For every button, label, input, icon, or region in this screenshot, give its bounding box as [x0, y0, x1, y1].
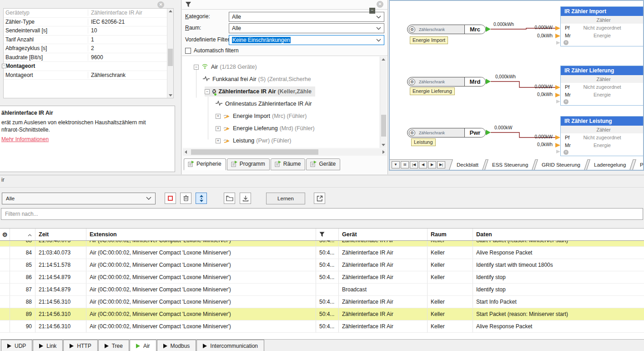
tree-item-funkkanal[interactable]: Funkkanal frei Air (S) (Zentral,Sicherhe — [203, 74, 311, 84]
property-row[interactable]: Montageort Zählerschrank — [4, 71, 173, 80]
tab-intercommunication[interactable]: Intercommunication — [196, 340, 264, 351]
kategorie-select[interactable]: Alle — [229, 12, 384, 22]
property-row[interactable]: Abfragezyklus [s] 2 — [4, 44, 173, 53]
clear-log-button[interactable] — [180, 193, 191, 204]
prev-sheet-icon[interactable]: ◀ — [419, 161, 427, 168]
input-connector-icon[interactable] — [555, 93, 560, 97]
expand-icon[interactable]: + — [216, 138, 221, 143]
program-canvas[interactable]: ⚙ Zählerschrank Mrc 0.000kWh Energie Imp… — [389, 0, 644, 171]
log-filter-input[interactable] — [1, 208, 643, 220]
property-row[interactable]: Gerätetyp Zählerinterface IR Air — [4, 9, 173, 18]
block-ir-zaehler-leistung[interactable]: IR Zähler Leistung Zähler PfNicht zugeor… — [560, 116, 644, 156]
column-daten[interactable]: Daten — [473, 229, 644, 240]
input-connector-icon[interactable] — [555, 85, 560, 90]
column-zeit[interactable]: Zeit — [35, 229, 86, 240]
tree-item-energie-lieferung[interactable]: + Energie Lieferung (Mrd) (Fühler) — [216, 123, 315, 133]
scroll-thumb[interactable] — [191, 149, 318, 155]
property-row[interactable]: Sendeintervall [s] 10 — [4, 26, 173, 36]
collapse-all-button[interactable]: − — [369, 8, 375, 14]
sensor-label[interactable]: Leistung — [411, 138, 436, 146]
monitor-filter-select[interactable]: Alle — [2, 193, 156, 204]
table-row[interactable]: 84 21:03:40.073 Air (0C:00:00:02, Minise… — [0, 247, 644, 259]
input-connector-disabled-icon[interactable] — [556, 100, 560, 103]
table-row[interactable]: 87 21:14:54.879 Air (0C:00:00:02, Minise… — [0, 284, 644, 296]
more-info-link[interactable]: Mehr Informationen — [1, 136, 49, 142]
property-row[interactable]: Zähler-Type IEC 62056-21 — [4, 18, 173, 27]
sheet-list-icon[interactable]: ⊞ — [401, 161, 409, 168]
sheet-tab-laderegelung[interactable]: Laderegelung — [586, 159, 634, 170]
scroll-right-icon[interactable] — [382, 150, 385, 154]
expand-icon[interactable]: + — [216, 126, 221, 131]
tree-item-energie-import[interactable]: + Energie Import (Mrc) (Fühler) — [216, 111, 307, 121]
block-ir-zaehler-lieferung[interactable]: IR Zähler Lieferung Zähler PfNicht zugeo… — [560, 66, 644, 106]
tree-hscrollbar[interactable] — [183, 148, 387, 156]
collapse-group-icon[interactable]: − — [2, 64, 6, 68]
tab-link[interactable]: Link — [33, 340, 63, 351]
scroll-down-icon[interactable] — [382, 144, 385, 146]
tab-air[interactable]: Air — [130, 340, 156, 351]
tree-vscrollbar[interactable] — [380, 56, 387, 148]
column-settings-gear-icon[interactable]: ⚙ — [0, 229, 10, 240]
table-row[interactable]: 86 21:14:54.879 Air (0C:00:00:02, Minise… — [0, 271, 644, 284]
scroll-up-icon[interactable] — [169, 10, 172, 12]
autoscroll-button[interactable] — [196, 193, 207, 204]
scroll-up-icon[interactable] — [382, 58, 385, 61]
block-ir-zaehler-import[interactable]: IR Zähler Import Zähler PfNicht zugeordn… — [560, 6, 644, 46]
column-num[interactable] — [10, 229, 35, 240]
sensor-pill-pwr[interactable]: ⚙ Zählerschrank Pwr — [407, 128, 486, 137]
table-row-highlighted[interactable]: 89 21:14:56.310 Air (0C:00:00:02, Minise… — [0, 308, 644, 320]
tab-http[interactable]: HTTP — [63, 340, 97, 351]
tab-modbus[interactable]: Modbus — [157, 340, 196, 351]
column-geraet[interactable]: Gerät — [339, 229, 428, 240]
tree-item-air[interactable]: − Air (1/128 Geräte) — [194, 62, 257, 72]
sheet-tab-deckblatt[interactable]: Deckblatt — [449, 159, 486, 170]
input-connector-icon[interactable] — [555, 135, 560, 140]
input-connector-disabled-icon[interactable] — [556, 41, 560, 45]
properties-scrollbar[interactable] — [167, 9, 173, 98]
next-sheet-icon[interactable]: ▶ — [428, 161, 436, 168]
sensor-pill-mrd[interactable]: ⚙ Zählerschrank Mrd — [407, 77, 486, 86]
sheet-menu-icon[interactable]: ▼ — [392, 161, 400, 168]
output-connector-icon[interactable] — [486, 130, 491, 135]
close-icon[interactable]: ✕ — [377, 1, 383, 8]
output-connector-icon[interactable] — [486, 79, 491, 84]
open-external-button[interactable] — [314, 193, 325, 204]
tab-tree[interactable]: Tree — [98, 340, 129, 351]
property-row[interactable]: Tarif Anzahl 1 — [4, 36, 173, 45]
sensor-label[interactable]: Energie Import — [410, 36, 448, 44]
column-extension[interactable]: Extension — [86, 229, 316, 240]
input-connector-icon[interactable] — [555, 143, 560, 148]
lernen-button[interactable]: Lernen — [266, 193, 305, 204]
add-output-icon[interactable]: + — [564, 99, 569, 104]
tab-peripherie[interactable]: Peripherie — [184, 158, 226, 170]
tab-udp[interactable]: UDP — [1, 340, 32, 351]
output-connector-icon[interactable] — [486, 26, 491, 32]
expand-icon[interactable]: + — [216, 114, 221, 119]
add-output-icon[interactable]: + — [564, 150, 569, 155]
tab-geraete[interactable]: Geräte — [306, 158, 340, 170]
table-row[interactable]: 88 21:14:56.310 Air (0C:00:00:02, Minise… — [0, 296, 644, 308]
table-row[interactable]: 85 21:14:51.578 Air (0C:00:00:02, Minise… — [0, 259, 644, 271]
property-row[interactable]: Baudrate [Bit/s] 9600 — [4, 53, 173, 62]
scroll-left-icon[interactable] — [185, 150, 187, 154]
auto-filter-checkbox[interactable] — [185, 48, 191, 54]
collapse-icon[interactable]: − — [205, 89, 210, 94]
tree-item-leistung[interactable]: + Leistung (Pwr) (Fühler) — [216, 136, 291, 146]
tab-programm[interactable]: Programm — [227, 158, 270, 170]
sensor-pill-mrc[interactable]: ⚙ Zählerschrank Mrc — [407, 25, 486, 34]
sheet-tab-next[interactable]: P — [632, 159, 644, 170]
column-source-filter[interactable] — [316, 229, 339, 240]
predefined-filter-select[interactable]: Keine Einschränkungen — [229, 35, 384, 45]
scroll-thumb[interactable] — [168, 49, 173, 66]
sheet-tab-ess-steuerung[interactable]: ESS Steuerung — [484, 159, 536, 170]
record-stop-button[interactable] — [165, 193, 176, 204]
scroll-thumb[interactable] — [381, 115, 386, 137]
property-group-row[interactable]: Montageort — [4, 62, 173, 71]
sensor-label[interactable]: Energie Lieferung — [410, 87, 455, 95]
table-row[interactable]: 90 21:14:56.310 Air (0C:00:00:02, Minise… — [0, 320, 644, 333]
close-icon[interactable]: ✕ — [157, 1, 164, 8]
save-log-button[interactable] — [240, 193, 251, 204]
collapse-icon[interactable]: − — [194, 65, 199, 70]
column-raum[interactable]: Raum — [428, 229, 473, 240]
last-sheet-icon[interactable]: ▶| — [437, 161, 445, 168]
